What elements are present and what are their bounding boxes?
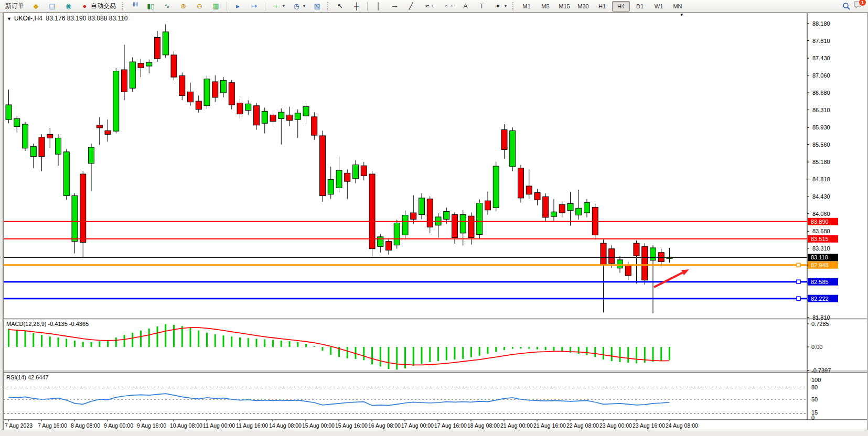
candle xyxy=(163,32,168,55)
vertical-line-icon[interactable]: │ xyxy=(371,1,386,12)
timeframe-m15[interactable]: M15 xyxy=(555,1,573,12)
candle xyxy=(122,70,127,92)
time-axis-label[interactable]: 14 Aug 08:00 xyxy=(269,422,302,429)
time-axis-label[interactable]: 11 Aug 00:00 xyxy=(203,422,235,429)
time-axis-label[interactable]: 11 Aug 16:00 xyxy=(236,422,268,429)
time-axis-label[interactable]: 17 Aug 16:00 xyxy=(434,422,467,429)
price-axis-label[interactable]: 83.680 xyxy=(812,228,830,234)
new-order-button[interactable]: 新订单 xyxy=(2,1,27,12)
price-axis-label[interactable]: 85.560 xyxy=(812,141,830,148)
price-axis-label[interactable]: 84.430 xyxy=(812,193,830,200)
support-line-blue-2-handle[interactable] xyxy=(797,297,800,300)
timeframe-h1[interactable]: H1 xyxy=(593,1,611,12)
zoom-in-icon[interactable]: ⊕ xyxy=(176,1,191,12)
arrows-icon[interactable]: ✦▾ xyxy=(490,1,510,12)
price-axis-label[interactable]: 87.810 xyxy=(812,38,830,44)
time-axis-label[interactable]: 15 Aug 00:00 xyxy=(302,422,335,429)
price-axis-label[interactable]: 83.310 xyxy=(812,245,830,252)
price-axis-label[interactable]: 85.930 xyxy=(812,124,830,130)
price-axis-label[interactable]: 87.430 xyxy=(812,55,830,61)
price-axis-label[interactable]: 87.060 xyxy=(812,72,830,79)
candlestick-chart-icon[interactable]: ▮▯ xyxy=(143,1,158,12)
chart-shift-icon[interactable]: ↦ xyxy=(247,1,262,12)
rsi-axis-label[interactable]: 50 xyxy=(811,396,818,402)
candle xyxy=(576,208,582,215)
time-axis-label[interactable]: 17 Aug 00:00 xyxy=(401,422,434,429)
candle xyxy=(6,105,12,119)
rsi-axis-label[interactable]: 80 xyxy=(811,384,818,390)
timeframe-h4[interactable]: H4 xyxy=(612,1,630,12)
time-axis-label[interactable]: 23 Aug 16:00 xyxy=(633,422,665,429)
dropdown-caret-icon[interactable]: ▾ xyxy=(505,4,507,8)
buy-arrow-annotation-head[interactable] xyxy=(681,269,689,275)
price-axis-label[interactable]: 84.810 xyxy=(812,176,830,182)
signals-icon[interactable]: ◉ xyxy=(61,1,76,12)
timeframe-m5[interactable]: M5 xyxy=(537,1,554,12)
time-axis-label[interactable]: 21 Aug 00:00 xyxy=(500,422,533,429)
timeframe-m1[interactable]: M1 xyxy=(518,1,535,12)
market-watch-icon: ▤ xyxy=(48,2,57,10)
chart-canvas[interactable]: 88.18087.81087.43087.06086.68086.31085.9… xyxy=(4,13,867,429)
templates-icon[interactable]: ▧ xyxy=(309,1,325,12)
support-line-orange-handle[interactable] xyxy=(797,263,800,267)
macd-axis-label[interactable]: -0.7397 xyxy=(811,367,831,374)
dropdown-caret-icon[interactable]: ▾ xyxy=(303,4,305,8)
crosshair-icon[interactable]: ┼ xyxy=(349,1,364,12)
timeframe-m30[interactable]: M30 xyxy=(574,1,592,12)
chevron-down-icon[interactable]: ▼ xyxy=(7,16,12,21)
line-chart-icon[interactable]: ∿ xyxy=(159,1,175,12)
candle xyxy=(567,203,573,210)
notifications-icon[interactable]: 1 xyxy=(854,1,863,11)
support-line-blue-1-handle[interactable] xyxy=(797,280,800,284)
timeframe-mn[interactable]: MN xyxy=(669,1,687,12)
time-axis-label[interactable]: 22 Aug 08:00 xyxy=(566,422,599,429)
autotrade-button[interactable]: ●自动交易 xyxy=(77,1,119,12)
horizontal-line-icon[interactable]: ─ xyxy=(387,1,402,12)
time-axis-label[interactable]: 18 Aug 08:00 xyxy=(467,422,500,429)
macd-axis-label[interactable]: 0.00 xyxy=(811,344,822,350)
resistance-line-1-price-badge-label: 83.890 xyxy=(811,219,829,225)
candle xyxy=(625,265,631,276)
text-label-icon[interactable]: T xyxy=(474,1,489,12)
cursor-icon[interactable]: ↖ xyxy=(333,1,348,12)
price-axis-label[interactable]: 85.180 xyxy=(812,159,830,165)
trendline-icon[interactable]: ╱ xyxy=(403,1,419,12)
time-axis-label[interactable]: 7 Aug 2023 xyxy=(5,422,33,429)
price-axis-label[interactable]: 84.060 xyxy=(812,211,830,217)
time-axis-label[interactable]: 10 Aug 08:00 xyxy=(170,422,202,429)
rsi-axis-label[interactable]: 100 xyxy=(811,377,821,383)
time-axis-label[interactable]: 16 Aug 08:00 xyxy=(368,422,401,429)
zoom-out-icon[interactable]: ⊖ xyxy=(192,1,207,12)
market-watch-icon[interactable]: ▤ xyxy=(45,1,60,12)
fibonacci-icon[interactable]: ≈E xyxy=(420,1,438,12)
tile-windows-icon[interactable]: ▦ xyxy=(208,1,223,12)
time-axis-label[interactable]: 24 Aug 08:00 xyxy=(666,422,698,429)
order-pad-icon[interactable]: ◆ xyxy=(28,1,44,12)
macd-axis-label[interactable]: 0.7285 xyxy=(811,321,829,327)
time-axis-label[interactable]: 23 Aug 00:00 xyxy=(599,422,632,429)
timeframe-w1[interactable]: W1 xyxy=(650,1,668,12)
time-axis-label[interactable]: 21 Aug 16:00 xyxy=(533,422,566,429)
time-axis-label[interactable]: 9 Aug 00:00 xyxy=(104,422,133,429)
candle xyxy=(601,243,606,265)
channel-icon[interactable]: ▫F xyxy=(439,1,457,12)
candle xyxy=(245,104,251,110)
candle xyxy=(23,124,28,148)
price-axis-label[interactable]: 88.180 xyxy=(812,20,830,27)
toolbar-separator xyxy=(367,2,368,11)
timeframe-d1[interactable]: D1 xyxy=(631,1,649,12)
time-axis-label[interactable]: 9 Aug 16:00 xyxy=(137,422,166,429)
text-icon[interactable]: A xyxy=(458,1,473,12)
time-axis-label[interactable]: 15 Aug 16:00 xyxy=(335,422,368,429)
price-axis-label[interactable]: 86.310 xyxy=(812,107,830,113)
auto-scroll-icon[interactable]: ▸ xyxy=(230,1,245,12)
buy-arrow-annotation[interactable] xyxy=(654,272,683,287)
time-axis-label[interactable]: 7 Aug 16:00 xyxy=(38,422,67,429)
dropdown-caret-icon[interactable]: ▾ xyxy=(283,4,285,8)
time-axis-label[interactable]: 8 Aug 08:00 xyxy=(71,422,100,429)
bar-chart-icon[interactable]: ≣ xyxy=(127,1,142,12)
search-icon[interactable] xyxy=(842,2,851,10)
indicators-icon[interactable]: +▾ xyxy=(269,1,288,12)
price-axis-label[interactable]: 86.680 xyxy=(812,90,830,96)
periods-icon[interactable]: ◷▾ xyxy=(289,1,308,12)
